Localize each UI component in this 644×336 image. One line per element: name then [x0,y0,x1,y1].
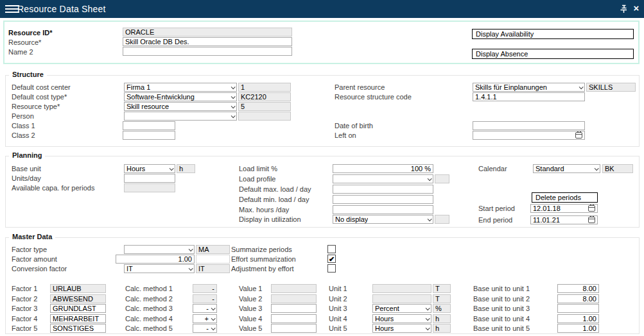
delete-periods-button[interactable]: Delete periods [532,192,598,203]
min-load-field[interactable] [333,195,433,204]
resource-data-sheet-window: Resource Data Sheet × Resource ID* Resou… [0,0,644,336]
unit5-code-field: h [433,324,451,333]
close-icon[interactable]: × [631,3,641,14]
default-cost-type-label: Default cost type* [12,93,67,101]
factor-type-select[interactable] [124,245,195,254]
date-of-birth-field[interactable] [473,121,585,130]
calc-method5-label: Calc. method 5 [125,324,173,333]
chevron-down-icon [231,113,236,118]
value2-field [271,294,317,303]
base-unit3-label: Base unit to unit 3 [473,305,530,313]
chevron-down-icon [211,316,216,321]
default-cost-center-select[interactable]: Firma 1 [124,83,237,92]
factor-amount-unit-field[interactable] [196,255,230,264]
calc-method3-label: Calc. method 3 [125,305,173,313]
calc-method2-label: Calc. method 2 [125,295,173,303]
max-hours-field[interactable] [333,205,433,214]
calc-method1-field: - [193,284,217,293]
value3-label: Value 3 [239,305,263,313]
parent-resource-code-field: SKILLS [586,83,636,92]
avail-capa-label: Available capa. for periods [12,184,94,192]
chevron-down-icon [231,104,236,108]
calc-method1-label: Calc. method 1 [125,285,173,293]
base-unit4-field[interactable]: 1.00 [557,314,599,323]
base-unit-select[interactable]: Hours [124,164,175,173]
chevron-down-icon [428,176,432,181]
base-unit5-field[interactable]: 1.00 [557,324,599,333]
left-on-field[interactable] [473,131,585,140]
pin-icon[interactable] [618,4,629,14]
load-profile-label: Load profile [239,175,276,183]
parent-resource-select[interactable]: Skills für Einplanungen [473,83,585,92]
display-util-code-field [435,215,449,224]
class1-field[interactable] [123,121,175,130]
chevron-down-icon [189,247,193,251]
value4-label: Value 4 [239,315,263,323]
unit4-select[interactable]: Hours [372,314,431,323]
display-absence-button[interactable]: Display Absence [472,49,634,59]
titlebar: Resource Data Sheet × [0,0,644,18]
factor4-field[interactable]: MEHRARBEIT [50,314,106,323]
display-availability-button[interactable]: Display Availability [472,29,634,39]
resource-id-label: Resource ID* [8,29,52,37]
person-code-field [238,112,291,121]
value3-field[interactable] [271,304,317,313]
calc-method4-select[interactable]: + [193,314,217,323]
base-unit-code-field: h [177,164,195,173]
base-unit2-field[interactable]: 8.00 [557,294,599,303]
factor1-label: Factor 1 [12,285,37,293]
resource-id-field: ORACLE [123,28,292,37]
calendar-select[interactable]: Standard [533,164,600,173]
default-cost-type-select[interactable]: Software-Entwicklung [124,92,237,101]
name2-field[interactable] [123,47,292,56]
max-load-field[interactable] [333,185,433,194]
calendar-label: Calendar [478,165,507,173]
planning-legend: Planning [9,151,45,159]
load-limit-field[interactable]: 100 % [333,164,433,173]
base-unit1-field[interactable]: 8.00 [557,284,599,293]
display-util-select[interactable]: No display [333,215,433,224]
unit5-select[interactable]: Hours [372,324,431,333]
factor5-field[interactable]: SONSTIGES [50,324,106,333]
base-unit3-field[interactable] [557,304,599,313]
end-period-field[interactable]: 11.01.21 [530,215,598,224]
start-period-field[interactable]: 12.01.18 [530,204,598,213]
unit2-code-field: T [433,294,451,303]
avail-capa-field [124,183,175,192]
structure-code-field[interactable]: 1.4.1.1 [473,92,585,101]
parent-resource-label: Parent resource [335,83,385,92]
resource-type-select[interactable]: Skill resource [124,102,237,111]
calendar-code-field: BK [602,164,633,173]
factor5-label: Factor 5 [12,324,37,333]
base-unit5-label: Base unit to unit 5 [473,324,530,333]
class2-field[interactable] [123,131,175,140]
chevron-down-icon [428,217,432,221]
load-profile-select[interactable] [333,174,433,183]
calendar-icon[interactable] [588,205,595,212]
max-hours-label: Max. hours /day [239,206,289,214]
factor1-field: URLAUB [50,284,106,293]
effort-summarization-checkbox[interactable] [327,255,336,263]
unit4-code-field: h [433,314,451,323]
units-day-field[interactable] [124,174,175,183]
resource-name-field[interactable]: Skill Oracle DB Des. [123,37,292,46]
conversion-factor-select[interactable]: IT [124,264,195,273]
factor-amount-field[interactable]: 1.00 [116,255,195,264]
calendar-icon[interactable] [588,217,595,223]
chevron-down-icon [189,266,193,271]
calc-method3-select[interactable]: - [193,304,217,313]
calendar-icon[interactable] [575,132,582,139]
person-select[interactable] [124,112,237,121]
adjustment-by-effort-checkbox[interactable] [327,264,336,273]
unit5-label: Unit 5 [329,324,347,333]
unit2-label: Unit 2 [329,295,347,303]
class1-label: Class 1 [12,122,35,130]
factor3-field[interactable]: GRUNDLAST [50,304,106,313]
value5-field[interactable] [271,324,317,333]
calc-method5-select[interactable]: - [193,324,217,333]
value4-field[interactable] [271,314,317,323]
unit3-label: Unit 3 [329,305,347,313]
summarize-periods-checkbox[interactable] [327,245,336,253]
unit3-select[interactable]: Percent [372,304,431,313]
value2-label: Value 2 [239,295,263,303]
